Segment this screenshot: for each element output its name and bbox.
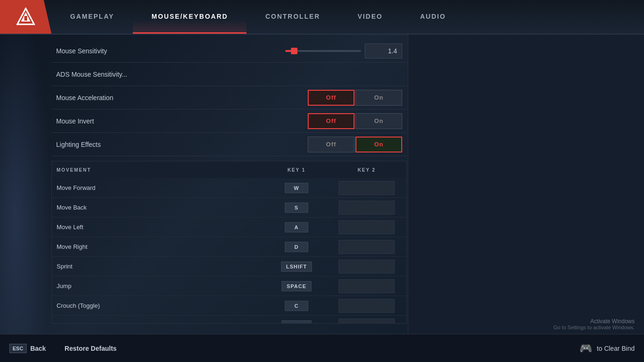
movement-key1-header: KEY 1	[261, 167, 332, 173]
keybind-row: Move RightD	[52, 237, 406, 257]
mouse-sensitivity-slider-container: 1.4	[285, 43, 402, 58]
back-button[interactable]: ESC Back	[9, 344, 46, 353]
mouse-acceleration-label: Mouse Acceleration	[56, 94, 308, 101]
mouse-sensitivity-thumb[interactable]	[291, 48, 297, 54]
keybind-key2-cell[interactable]	[332, 201, 402, 215]
keybind-key2-cell[interactable]	[332, 260, 402, 274]
clear-bind-area: 🎮 to Clear Bind	[579, 342, 635, 355]
keybind-row: Move LeftA	[52, 217, 406, 237]
mouse-acceleration-on-btn[interactable]: On	[355, 90, 402, 106]
keybind-action: Crouch (Toggle)	[57, 302, 261, 309]
key-box[interactable]: D	[285, 242, 308, 252]
apex-logo	[16, 7, 35, 26]
tab-gameplay[interactable]: GAMEPLAY	[51, 0, 133, 34]
ads-sensitivity-row: ADS Mouse Sensitivity...	[51, 63, 407, 86]
key-box-empty[interactable]	[339, 220, 395, 234]
lighting-effects-label: Lighting Effects	[56, 141, 308, 148]
key-box-empty[interactable]	[339, 319, 395, 324]
mouse-invert-row: Mouse Invert Off On	[51, 109, 407, 133]
tab-mouse-keyboard[interactable]: MOUSE/KEYBOARD	[133, 0, 246, 34]
gamepad-icon: 🎮	[579, 342, 592, 355]
keybind-row: SprintLSHIFT	[52, 257, 406, 276]
movement-key2-header: KEY 2	[332, 167, 402, 173]
mouse-acceleration-off-btn[interactable]: Off	[308, 90, 355, 106]
keybind-action: Move Back	[57, 204, 261, 211]
mouse-invert-label: Mouse Invert	[56, 117, 308, 125]
mouse-sensitivity-label: Mouse Sensitivity	[56, 47, 285, 55]
keybind-row: Crouch (Toggle)C	[52, 296, 406, 316]
keybind-action: Move Right	[57, 243, 261, 250]
mouse-sensitivity-track[interactable]	[285, 50, 361, 52]
mouse-sensitivity-value[interactable]: 1.4	[365, 43, 402, 58]
key-box-empty[interactable]	[339, 181, 395, 195]
keybind-row: JumpSPACE	[52, 276, 406, 296]
keybind-key1-cell[interactable]: LCTRL	[261, 320, 332, 324]
keybind-row: Crouch (Hold)LCTRL	[52, 316, 406, 323]
key-box[interactable]: A	[285, 222, 308, 232]
keybind-key2-cell[interactable]	[332, 319, 402, 324]
back-label: Back	[30, 345, 46, 352]
movement-binds: Move ForwardWMove BackSMove LeftAMove Ri…	[52, 178, 406, 323]
keybind-key1-cell[interactable]: LSHIFT	[261, 261, 332, 272]
key-box[interactable]: SPACE	[282, 281, 311, 291]
lighting-effects-off-btn[interactable]: Off	[308, 137, 355, 152]
keybind-key1-cell[interactable]: D	[261, 242, 332, 252]
key-box[interactable]: W	[285, 183, 308, 193]
mouse-invert-on-btn[interactable]: On	[355, 113, 402, 129]
main-content: Mouse Sensitivity 1.4 ADS Mouse Sensitiv…	[51, 35, 644, 334]
bg-blur	[0, 0, 51, 362]
keybind-key1-cell[interactable]: W	[261, 183, 332, 193]
key-box[interactable]: LCTRL	[282, 320, 311, 324]
settings-panel: Mouse Sensitivity 1.4 ADS Mouse Sensitiv…	[51, 35, 407, 334]
key-box[interactable]: C	[285, 301, 308, 311]
tab-video[interactable]: VIDEO	[339, 0, 402, 34]
nav-tabs: GAMEPLAY MOUSE/KEYBOARD CONTROLLER VIDEO…	[51, 0, 644, 34]
key-box-empty[interactable]	[339, 201, 395, 215]
mouse-acceleration-toggles: Off On	[308, 90, 402, 106]
keybind-key2-cell[interactable]	[332, 240, 402, 254]
keybind-row: Move ForwardW	[52, 178, 406, 198]
mouse-invert-off-btn[interactable]: Off	[308, 113, 355, 129]
keybind-key1-cell[interactable]: A	[261, 222, 332, 232]
keybind-row: Move BackS	[52, 198, 406, 217]
tab-controller[interactable]: CONTROLLER	[246, 0, 339, 34]
keybind-key2-cell[interactable]	[332, 279, 402, 293]
key-box[interactable]: S	[285, 203, 308, 213]
lighting-effects-toggles: Off On	[308, 137, 402, 152]
keybind-key1-cell[interactable]: SPACE	[261, 281, 332, 291]
keybind-key1-cell[interactable]: C	[261, 301, 332, 311]
keybind-action: Crouch (Hold)	[57, 322, 261, 323]
key-box-empty[interactable]	[339, 260, 395, 274]
movement-section-header: MOVEMENT KEY 1 KEY 2	[52, 161, 406, 178]
keybind-key2-cell[interactable]	[332, 299, 402, 313]
key-box-empty[interactable]	[339, 279, 395, 293]
keybind-action: Move Forward	[57, 184, 261, 191]
right-panel	[408, 35, 644, 334]
keybind-action: Move Left	[57, 224, 261, 231]
key-box[interactable]: LSHIFT	[281, 261, 312, 272]
keybind-scroll[interactable]: Move ForwardWMove BackSMove LeftAMove Ri…	[52, 178, 406, 323]
lighting-effects-row: Lighting Effects Off On	[51, 133, 407, 156]
key-box-empty[interactable]	[339, 299, 395, 313]
top-nav: GAMEPLAY MOUSE/KEYBOARD CONTROLLER VIDEO…	[0, 0, 644, 35]
movement-section-title: MOVEMENT	[57, 167, 261, 173]
ads-sensitivity-label: ADS Mouse Sensitivity...	[56, 71, 402, 78]
logo-area	[0, 0, 51, 34]
key-box-empty[interactable]	[339, 240, 395, 254]
keybind-key2-cell[interactable]	[332, 220, 402, 234]
windows-activate-notice: Activate Windows Go to Settings to activ…	[553, 318, 635, 330]
clear-bind-text: to Clear Bind	[597, 345, 635, 352]
mouse-invert-toggles: Off On	[308, 113, 402, 129]
activate-windows-title: Activate Windows	[553, 318, 635, 325]
restore-defaults-button[interactable]: Restore Defaults	[65, 345, 116, 352]
activate-windows-sub: Go to Settings to activate Windows.	[553, 325, 635, 330]
tab-audio[interactable]: AUDIO	[401, 0, 464, 34]
lighting-effects-on-btn[interactable]: On	[355, 137, 402, 152]
keybind-key2-cell[interactable]	[332, 181, 402, 195]
esc-badge: ESC	[9, 344, 27, 353]
mouse-sensitivity-row: Mouse Sensitivity 1.4	[51, 39, 407, 63]
keybind-section: MOVEMENT KEY 1 KEY 2 Move ForwardWMove B…	[51, 161, 407, 324]
keybind-key1-cell[interactable]: S	[261, 203, 332, 213]
bottom-bar: ESC Back Restore Defaults 🎮 to Clear Bin…	[0, 334, 644, 362]
keybind-action: Jump	[57, 282, 261, 290]
